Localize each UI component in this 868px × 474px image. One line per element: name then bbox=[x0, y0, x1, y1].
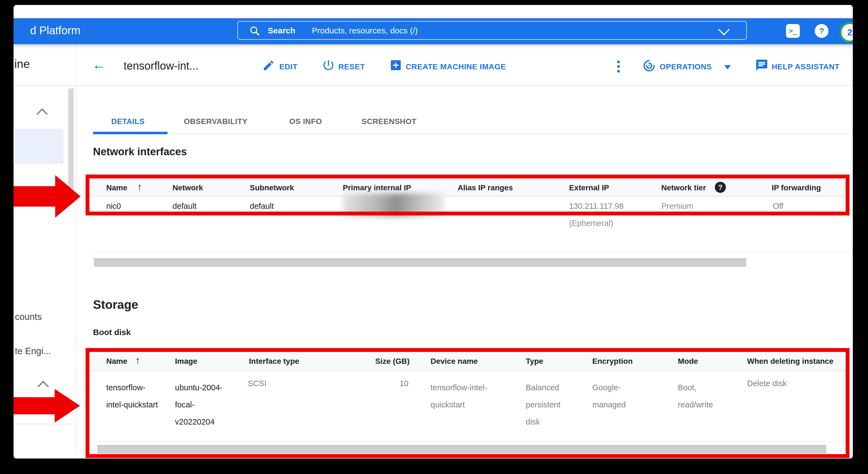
help-assistant-button[interactable]: HELP ASSISTANT bbox=[772, 62, 840, 71]
network-section-divider bbox=[92, 252, 849, 253]
annotation-box-boot-disk bbox=[86, 348, 849, 458]
sidebar-scrollbar[interactable] bbox=[68, 88, 74, 189]
search-icon bbox=[249, 25, 260, 38]
overflow-dot bbox=[617, 70, 620, 72]
brand-title: d Platform bbox=[30, 24, 80, 37]
tab-os-info[interactable]: OS INFO bbox=[289, 117, 322, 126]
sidebar-item-accounts[interactable]: counts bbox=[15, 312, 42, 322]
search-placeholder: Products, resources, docs (/) bbox=[312, 26, 417, 35]
back-button[interactable]: ← bbox=[92, 56, 106, 73]
help-button[interactable]: ? bbox=[815, 24, 829, 38]
sidebar-product-title: ine bbox=[14, 57, 30, 71]
help-assistant-icon bbox=[755, 59, 768, 73]
screenshot-canvas: d Platform Search Products, resources, d… bbox=[0, 0, 868, 474]
cloud-shell-button[interactable]: >_ bbox=[786, 24, 800, 38]
operations-caret-icon bbox=[724, 65, 731, 69]
operations-button[interactable]: OPERATIONS bbox=[660, 62, 712, 71]
network-interfaces-heading: Network interfaces bbox=[93, 146, 187, 158]
help-icon: ? bbox=[819, 26, 824, 36]
frame-right bbox=[853, 0, 868, 474]
annotation-arrow-boot-disk bbox=[9, 389, 80, 423]
storage-heading: Storage bbox=[93, 298, 138, 312]
sidebar-selected-item[interactable] bbox=[14, 129, 63, 164]
arrow-shaft bbox=[10, 186, 56, 207]
tab-details[interactable]: DETAILS bbox=[111, 117, 145, 126]
avatar-badge: 2 bbox=[847, 27, 852, 37]
header-divider bbox=[76, 85, 853, 86]
frame-bottom bbox=[0, 458, 868, 474]
active-tab-underline bbox=[93, 132, 167, 134]
reset-button[interactable]: RESET bbox=[338, 62, 365, 71]
sidebar-collapse-chevron-up-icon[interactable] bbox=[38, 110, 46, 118]
arrow-head bbox=[55, 175, 81, 218]
arrow-shaft bbox=[9, 397, 55, 414]
network-horizontal-scrollbar[interactable] bbox=[94, 259, 746, 267]
create-machine-image-icon bbox=[389, 59, 402, 73]
frame-left bbox=[0, 0, 13, 474]
app-bar: d Platform Search Products, resources, d… bbox=[13, 18, 853, 44]
tab-screenshot[interactable]: SCREENSHOT bbox=[362, 117, 416, 126]
create-machine-image-button[interactable]: CREATE MACHINE IMAGE bbox=[406, 62, 506, 71]
network-row-external-ip-note: (Ephemeral) bbox=[569, 219, 613, 228]
edit-icon bbox=[262, 59, 275, 73]
tabs-bottom-divider bbox=[92, 134, 849, 134]
operations-icon bbox=[643, 59, 656, 73]
arrow-head bbox=[55, 389, 80, 423]
annotation-box-network bbox=[86, 175, 849, 215]
sidebar-divider-top bbox=[14, 85, 75, 86]
overflow-menu-button[interactable] bbox=[617, 59, 620, 75]
frame-top bbox=[0, 0, 868, 5]
annotation-arrow-network bbox=[10, 175, 81, 218]
overflow-dot bbox=[617, 60, 620, 63]
edit-button[interactable]: EDIT bbox=[279, 62, 298, 71]
cloud-shell-icon: >_ bbox=[789, 27, 797, 35]
tab-observability[interactable]: OBSERVABILITY bbox=[184, 117, 248, 126]
boot-disk-subheading: Boot disk bbox=[93, 328, 131, 337]
reset-icon bbox=[322, 59, 335, 73]
search-expand-chevron-icon[interactable] bbox=[720, 28, 728, 34]
overflow-dot bbox=[617, 65, 620, 68]
search-label: Search bbox=[268, 26, 295, 35]
page-title: tensorflow-int... bbox=[124, 60, 198, 72]
sidebar-divider-bottom bbox=[15, 424, 75, 424]
sidebar-item-compute-engine[interactable]: te Engi... bbox=[15, 346, 51, 356]
search-input[interactable]: Search Products, resources, docs (/) bbox=[237, 21, 747, 40]
